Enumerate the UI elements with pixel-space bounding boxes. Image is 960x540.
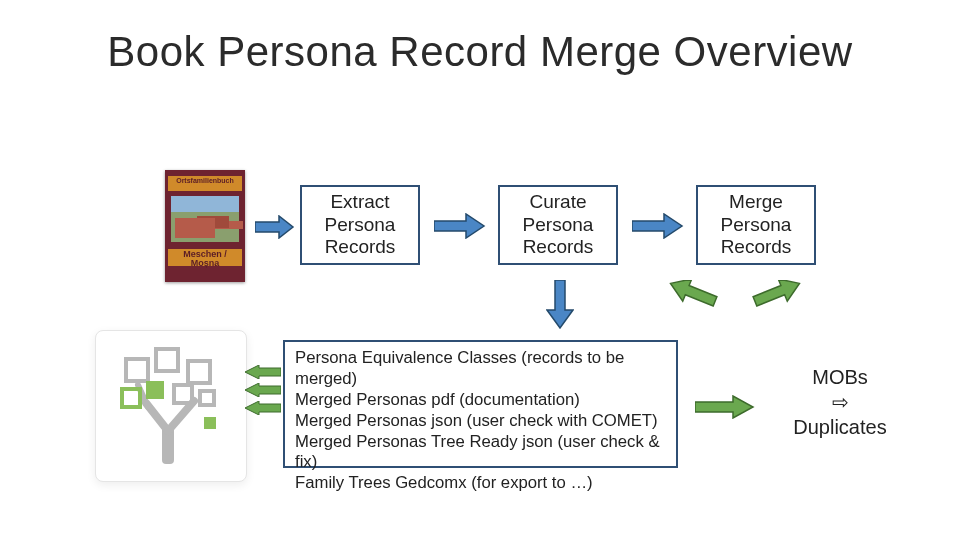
svg-marker-11	[632, 214, 682, 238]
arrow-curate-to-outputs-icon	[546, 280, 574, 330]
arrow-merge-to-outputs-icon	[662, 280, 722, 330]
book-top-label: Ortsfamilienbuch	[168, 176, 242, 191]
step-curate-l2: Persona	[523, 214, 594, 237]
svg-rect-1	[126, 359, 148, 381]
familysearch-tree-icon	[95, 330, 247, 482]
book-bottom-label: Meschen / Moșna	[168, 249, 242, 266]
step-curate: Curate Persona Records	[498, 185, 618, 265]
arrow-book-to-extract-icon	[255, 215, 295, 239]
arrow-outputs-to-tree-2-icon	[245, 383, 281, 397]
arrow-curate-to-merge-icon	[632, 213, 684, 239]
svg-marker-18	[695, 396, 753, 418]
mobs-arrow-glyph: ⇨	[770, 390, 910, 415]
step-curate-l3: Records	[523, 236, 594, 259]
arrow-extract-to-curate-icon	[434, 213, 486, 239]
svg-marker-14	[750, 280, 803, 312]
svg-rect-8	[204, 417, 216, 429]
arrow-outputs-to-tree-1-icon	[245, 365, 281, 379]
svg-marker-16	[245, 383, 281, 397]
svg-marker-15	[245, 365, 281, 379]
arrow-outputs-to-merge-icon	[748, 280, 808, 330]
mobs-l3: Duplicates	[770, 415, 910, 440]
svg-marker-13	[666, 280, 719, 312]
arrow-outputs-to-mobs-icon	[695, 395, 755, 419]
mobs-l1: MOBs	[770, 365, 910, 390]
step-extract-l1: Extract	[330, 191, 389, 214]
svg-marker-17	[245, 401, 281, 415]
page-title: Book Persona Record Merge Overview	[0, 28, 960, 76]
step-merge: Merge Persona Records	[696, 185, 816, 265]
svg-marker-9	[255, 216, 293, 238]
step-curate-l1: Curate	[529, 191, 586, 214]
arrow-outputs-to-tree-3-icon	[245, 401, 281, 415]
book-cover-graphic: Ortsfamilienbuch Meschen / Moșna	[165, 170, 245, 282]
step-merge-l2: Persona	[721, 214, 792, 237]
svg-marker-12	[547, 280, 573, 328]
svg-rect-6	[174, 385, 192, 403]
outputs-box: Persona Equivalence Classes (records to …	[283, 340, 678, 468]
book-photo-area	[171, 196, 239, 242]
svg-rect-3	[188, 361, 210, 383]
svg-rect-5	[146, 381, 164, 399]
svg-rect-4	[122, 389, 140, 407]
step-extract-l3: Records	[325, 236, 396, 259]
step-extract-l2: Persona	[325, 214, 396, 237]
mobs-duplicates-label: MOBs ⇨ Duplicates	[770, 365, 910, 440]
step-merge-l1: Merge	[729, 191, 783, 214]
step-merge-l3: Records	[721, 236, 792, 259]
svg-rect-7	[200, 391, 214, 405]
svg-marker-10	[434, 214, 484, 238]
slide: Book Persona Record Merge Overview Ortsf…	[0, 0, 960, 540]
step-extract: Extract Persona Records	[300, 185, 420, 265]
svg-rect-2	[156, 349, 178, 371]
